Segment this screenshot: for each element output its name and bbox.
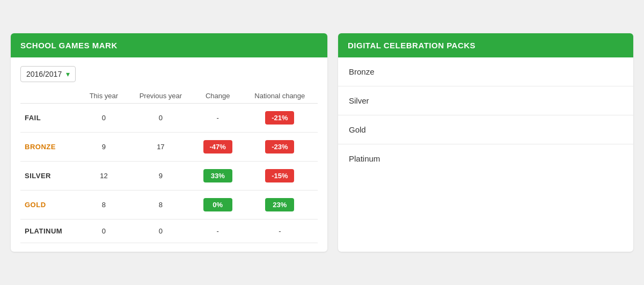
cell-change: - [194, 104, 242, 133]
cell-this-year: 12 [80, 162, 128, 191]
change-badge: 33% [203, 169, 232, 182]
cell-change: - [194, 220, 242, 243]
right-panel-body: BronzeSilverGoldPlatinum [338, 57, 633, 173]
year-select[interactable]: 2016/2017 ▾ [20, 66, 76, 82]
table-row: GOLD880%23% [20, 191, 318, 220]
cell-name: BRONZE [20, 133, 80, 162]
change-badge: 0% [203, 198, 232, 211]
table-row: FAIL00--21% [20, 104, 318, 133]
cell-this-year: 8 [80, 191, 128, 220]
national-change-badge: -21% [265, 111, 294, 125]
cell-national-change: -15% [242, 162, 318, 191]
page-wrapper: SCHOOL GAMES MARK 2016/2017 ▾ This year … [0, 23, 644, 262]
right-panel-header: DIGITAL CELEBRATION PACKS [338, 33, 633, 57]
col-header-name [20, 89, 80, 104]
school-games-mark-panel: SCHOOL GAMES MARK 2016/2017 ▾ This year … [11, 33, 327, 252]
cell-name: FAIL [20, 104, 80, 133]
cell-previous-year: 8 [128, 191, 194, 220]
digital-celebration-packs-panel: DIGITAL CELEBRATION PACKS BronzeSilverGo… [338, 33, 633, 252]
left-panel-title: SCHOOL GAMES MARK [20, 41, 118, 50]
cell-this-year: 0 [80, 104, 128, 133]
cell-change: 0% [194, 191, 242, 220]
cell-change: -47% [194, 133, 242, 162]
left-panel-header: SCHOOL GAMES MARK [11, 33, 327, 57]
national-change-badge: 23% [265, 198, 294, 211]
cell-national-change: 23% [242, 191, 318, 220]
cell-this-year: 9 [80, 133, 128, 162]
national-change-badge: -15% [265, 169, 294, 182]
cell-previous-year: 9 [128, 162, 194, 191]
cell-previous-year: 17 [128, 133, 194, 162]
cell-name: SILVER [20, 162, 80, 191]
cell-this-year: 0 [80, 220, 128, 243]
left-panel-body: 2016/2017 ▾ This year Previous year Chan… [11, 57, 327, 252]
col-header-national-change: National change [242, 89, 318, 104]
right-panel-title: DIGITAL CELEBRATION PACKS [348, 41, 475, 50]
marks-table: This year Previous year Change National … [20, 89, 318, 243]
celebration-item-gold[interactable]: Gold [338, 115, 633, 144]
cell-national-change: -23% [242, 133, 318, 162]
cell-previous-year: 0 [128, 220, 194, 243]
celebration-item-silver[interactable]: Silver [338, 86, 633, 115]
cell-national-change: -21% [242, 104, 318, 133]
table-row: PLATINUM00-- [20, 220, 318, 243]
change-badge: -47% [203, 140, 232, 154]
cell-national-change: - [242, 220, 318, 243]
col-header-this-year: This year [80, 89, 128, 104]
national-change-badge: -23% [265, 140, 294, 154]
cell-name: PLATINUM [20, 220, 80, 243]
celebration-item-bronze[interactable]: Bronze [338, 57, 633, 86]
col-header-previous-year: Previous year [128, 89, 194, 104]
chevron-down-icon: ▾ [66, 70, 70, 78]
cell-name: GOLD [20, 191, 80, 220]
celebration-item-platinum[interactable]: Platinum [338, 144, 633, 173]
table-header-row: This year Previous year Change National … [20, 89, 318, 104]
table-row: BRONZE917-47%-23% [20, 133, 318, 162]
table-row: SILVER12933%-15% [20, 162, 318, 191]
col-header-change: Change [194, 89, 242, 104]
cell-previous-year: 0 [128, 104, 194, 133]
year-select-label: 2016/2017 [26, 70, 62, 78]
cell-change: 33% [194, 162, 242, 191]
